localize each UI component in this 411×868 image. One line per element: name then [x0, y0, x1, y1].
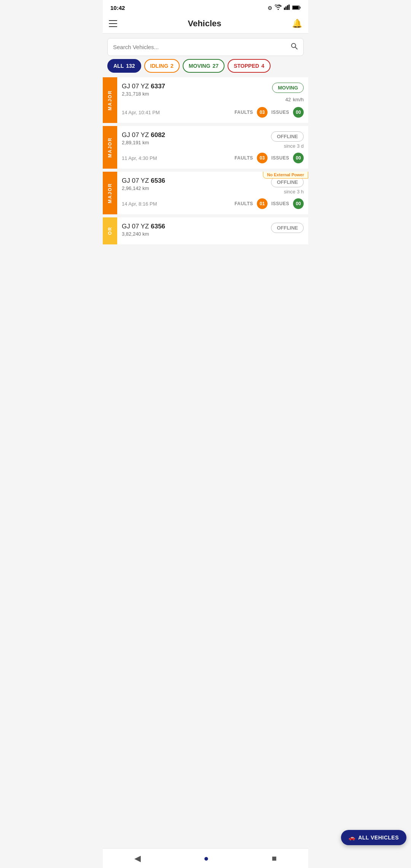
svg-rect-0	[284, 8, 285, 10]
header: Vehicles 🔔	[103, 14, 308, 34]
wifi-icon	[275, 5, 282, 11]
faults-label-3: FAULTS	[234, 201, 253, 206]
vehicle-id-6082: GJ 07 YZ 6082	[122, 131, 165, 139]
issues-label-3: ISSUES	[271, 201, 289, 206]
vehicle-info-6082: GJ 07 YZ 6082 2,89,191 km	[122, 131, 165, 145]
vehicle-info-6337: GJ 07 YZ 6337 2,31,718 km	[122, 83, 165, 97]
issues-badge-6536: 00	[293, 198, 304, 209]
filter-tab-stopped[interactable]: STOPPED 4	[228, 59, 270, 73]
filter-count-stopped: 4	[261, 63, 264, 69]
card-bottom-6337: 14 Apr, 10:41 PM FAULTS 03 ISSUES 00	[122, 107, 304, 118]
card-date-6082: 11 Apr, 4:30 PM	[122, 155, 157, 161]
filter-tab-moving[interactable]: MOVING 27	[183, 59, 225, 73]
severity-label-2: MAJOR	[107, 137, 113, 157]
svg-rect-5	[293, 6, 299, 9]
card-content-6356: GJ 07 YZ 6356 3,82,240 km OFFLINE	[117, 217, 308, 244]
menu-icon[interactable]	[109, 20, 117, 27]
status-section-6337: MOVING 42 km/h	[272, 83, 304, 103]
filter-count-idling: 2	[170, 63, 174, 69]
severity-label-3: MAJOR	[107, 183, 113, 203]
status-badge-6082: OFFLINE	[271, 131, 304, 142]
filter-label-stopped: STOPPED	[234, 63, 259, 69]
vehicle-card-6536[interactable]: No External Power MAJOR GJ 07 YZ 6536 2,…	[103, 172, 308, 214]
vehicle-id-6536: GJ 07 YZ 6536	[122, 177, 165, 185]
filter-label-all: ALL	[113, 63, 124, 69]
vehicle-id-6337: GJ 07 YZ 6337	[122, 83, 165, 90]
vehicle-id-6356: GJ 07 YZ 6356	[122, 223, 165, 230]
search-input[interactable]	[113, 44, 290, 50]
settings-icon: ⚙	[268, 5, 272, 11]
card-date-6337: 14 Apr, 10:41 PM	[122, 110, 160, 115]
card-date-6536: 14 Apr, 8:16 PM	[122, 201, 157, 207]
severity-bar-major-2: MAJOR	[103, 126, 117, 169]
svg-rect-6	[300, 6, 301, 8]
vehicle-card-6337[interactable]: MAJOR GJ 07 YZ 6337 2,31,718 km MOVING 4…	[103, 77, 308, 123]
faults-badge-6082: 03	[257, 153, 268, 163]
card-content-6337: GJ 07 YZ 6337 2,31,718 km MOVING 42 km/h…	[117, 77, 308, 123]
vehicle-list: MAJOR GJ 07 YZ 6337 2,31,718 km MOVING 4…	[103, 77, 308, 270]
card-top-6536: GJ 07 YZ 6536 2,96,142 km OFFLINE since …	[122, 177, 304, 195]
card-bottom-6536: 14 Apr, 8:16 PM FAULTS 01 ISSUES 00	[122, 198, 304, 209]
svg-line-8	[295, 47, 298, 49]
issues-badge-6082: 00	[293, 153, 304, 163]
since-info-6082: since 3 d	[271, 143, 304, 149]
speed-info-6337: 42 km/h	[272, 94, 304, 103]
filter-label-moving: MOVING	[189, 63, 210, 69]
vehicle-info-6536: GJ 07 YZ 6536 2,96,142 km	[122, 177, 165, 191]
vehicle-km-6536: 2,96,142 km	[122, 185, 165, 191]
filter-label-idling: IDLING	[150, 63, 168, 69]
filter-count-moving: 27	[213, 63, 219, 69]
card-content-6082: GJ 07 YZ 6082 2,89,191 km OFFLINE since …	[117, 126, 308, 169]
card-top-6337: GJ 07 YZ 6337 2,31,718 km MOVING 42 km/h	[122, 83, 304, 103]
card-bottom-6082: 11 Apr, 4:30 PM FAULTS 03 ISSUES 00	[122, 153, 304, 163]
status-time: 10:42	[110, 5, 125, 11]
svg-rect-1	[285, 6, 287, 10]
status-section-6536: OFFLINE since 3 h	[271, 177, 304, 195]
issues-label: ISSUES	[271, 110, 289, 115]
vehicle-km-6356: 3,82,240 km	[122, 231, 165, 237]
vehicle-card-6356[interactable]: OR GJ 07 YZ 6356 3,82,240 km OFFLINE	[103, 217, 308, 244]
vehicle-card-6082[interactable]: MAJOR GJ 07 YZ 6082 2,89,191 km OFFLINE …	[103, 126, 308, 169]
card-top-6082: GJ 07 YZ 6082 2,89,191 km OFFLINE since …	[122, 131, 304, 149]
issues-label-2: ISSUES	[271, 155, 289, 161]
svg-rect-3	[288, 5, 290, 10]
severity-bar-major: MAJOR	[103, 77, 117, 123]
severity-bar-minor: OR	[103, 217, 117, 244]
search-button[interactable]	[290, 42, 298, 52]
svg-rect-2	[287, 5, 288, 10]
severity-bar-major-3: MAJOR	[103, 172, 117, 214]
vehicle-km-6082: 2,89,191 km	[122, 140, 165, 145]
filter-tabs: ALL 132 IDLING 2 MOVING 27 STOPPED 4	[103, 59, 308, 77]
issues-badge-6337: 00	[293, 107, 304, 118]
card-top-6356: GJ 07 YZ 6356 3,82,240 km OFFLINE	[122, 223, 304, 237]
faults-issues-6536: FAULTS 01 ISSUES 00	[234, 198, 304, 209]
status-badge-6356: OFFLINE	[271, 223, 304, 233]
vehicle-info-6356: GJ 07 YZ 6356 3,82,240 km	[122, 223, 165, 237]
since-info-6536: since 3 h	[271, 189, 304, 195]
faults-label: FAULTS	[234, 110, 253, 115]
signal-icon	[284, 5, 290, 11]
bell-icon[interactable]: 🔔	[292, 19, 302, 29]
faults-issues-6082: FAULTS 03 ISSUES 00	[234, 153, 304, 163]
filter-tab-all[interactable]: ALL 132	[107, 59, 141, 73]
status-section-6082: OFFLINE since 3 d	[271, 131, 304, 149]
filter-count-all: 132	[126, 63, 135, 69]
status-icons: ⚙	[268, 5, 301, 11]
faults-issues-6337: FAULTS 03 ISSUES 00	[234, 107, 304, 118]
status-bar: 10:42 ⚙	[103, 0, 308, 14]
faults-badge-6536: 01	[257, 198, 268, 209]
page-title: Vehicles	[188, 19, 221, 29]
status-section-6356: OFFLINE	[271, 223, 304, 233]
battery-icon	[292, 5, 301, 11]
filter-tab-idling[interactable]: IDLING 2	[144, 59, 180, 73]
header-icons: 🔔	[292, 19, 302, 29]
no-external-power-banner: No External Power	[263, 172, 308, 179]
severity-label: MAJOR	[107, 90, 113, 110]
status-badge-6337: MOVING	[272, 83, 304, 93]
vehicle-km-6337: 2,31,718 km	[122, 91, 165, 97]
search-bar	[107, 38, 304, 56]
status-badge-6536: OFFLINE	[271, 177, 304, 187]
faults-badge-6337: 03	[257, 107, 268, 118]
faults-label-2: FAULTS	[234, 155, 253, 161]
severity-label-4: OR	[107, 227, 113, 235]
